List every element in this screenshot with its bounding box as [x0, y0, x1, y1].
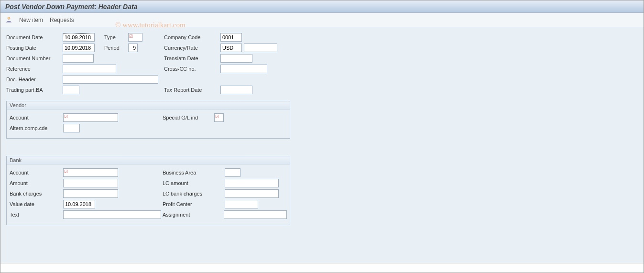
profit-center-label: Profit Center [163, 201, 225, 207]
reference-label: Reference [6, 66, 63, 72]
special-gl-input[interactable] [214, 113, 224, 122]
content-area: Document Date Type ☑ Posting Date Period… [0, 27, 644, 263]
assignment-label: Assignment [163, 212, 224, 218]
document-date-input[interactable] [63, 33, 95, 42]
tax-report-label: Tax Report Date [164, 87, 220, 93]
type-label: Type [104, 34, 128, 40]
reference-input[interactable] [63, 65, 116, 73]
user-icon[interactable] [5, 16, 12, 24]
amount-input[interactable] [63, 179, 118, 187]
company-code-label: Company Code [164, 34, 220, 40]
doc-header-label: Doc. Header [6, 76, 63, 82]
currency-label: Currency/Rate [164, 45, 220, 51]
text-input[interactable] [63, 210, 161, 219]
toolbar: New item Requests [0, 13, 644, 27]
company-code-input[interactable] [220, 33, 242, 42]
special-gl-label: Special G/L ind [163, 115, 214, 120]
lc-amount-input[interactable] [225, 179, 279, 187]
period-input[interactable] [128, 44, 138, 52]
footer-bar [0, 263, 644, 273]
vendor-account-input[interactable] [63, 113, 118, 122]
bank-account-label: Account [10, 170, 63, 175]
amount-label: Amount [10, 180, 63, 186]
document-number-label: Document Number [6, 55, 63, 61]
profit-center-input[interactable] [225, 200, 258, 208]
bank-charges-label: Bank charges [10, 191, 63, 197]
lc-amount-label: LC amount [163, 180, 225, 186]
type-input[interactable] [128, 33, 142, 42]
business-area-input[interactable] [225, 168, 240, 177]
document-number-input[interactable] [63, 54, 94, 63]
cross-cc-label: Cross-CC no. [164, 66, 220, 72]
bank-charges-input[interactable] [63, 189, 118, 198]
svg-point-0 [8, 17, 10, 19]
posting-date-input[interactable] [63, 44, 95, 52]
doc-header-input[interactable] [63, 75, 158, 84]
window-titlebar: Post Vendor Down Payment: Header Data [0, 0, 644, 13]
translatn-date-input[interactable] [220, 54, 252, 63]
vendor-groupbox: Vendor Account ☑ Special G/L ind ☑ Alter… [6, 101, 290, 139]
value-date-input[interactable] [63, 200, 95, 208]
altern-comp-label: Altern.comp.cde [10, 125, 63, 131]
assignment-input[interactable] [224, 210, 287, 219]
trading-part-input[interactable] [63, 86, 79, 94]
period-label: Period [104, 45, 128, 51]
altern-comp-input[interactable] [63, 124, 80, 132]
posting-date-label: Posting Date [6, 45, 63, 51]
page-title: Post Vendor Down Payment: Header Data [5, 3, 137, 11]
bank-account-input[interactable] [63, 168, 118, 177]
vendor-group-title: Vendor [7, 101, 290, 109]
cross-cc-input[interactable] [220, 65, 267, 73]
requests-button[interactable]: Requests [50, 17, 74, 23]
value-date-label: Value date [10, 201, 63, 207]
vendor-account-label: Account [10, 115, 63, 120]
lc-bank-charges-label: LC bank charges [163, 191, 225, 197]
business-area-label: Business Area [163, 170, 225, 175]
new-item-button[interactable]: New item [19, 17, 43, 23]
translatn-date-label: Translatn Date [164, 55, 220, 61]
bank-group-title: Bank [7, 156, 290, 164]
text-label: Text [10, 212, 63, 218]
rate-input[interactable] [244, 44, 277, 52]
document-date-label: Document Date [6, 34, 63, 40]
trading-part-label: Trading part.BA [6, 87, 63, 93]
tax-report-input[interactable] [220, 86, 252, 94]
bank-groupbox: Bank Account ☑ Business Area Amount LC [6, 156, 290, 225]
currency-input[interactable] [220, 44, 242, 52]
lc-bank-charges-input[interactable] [225, 189, 279, 198]
